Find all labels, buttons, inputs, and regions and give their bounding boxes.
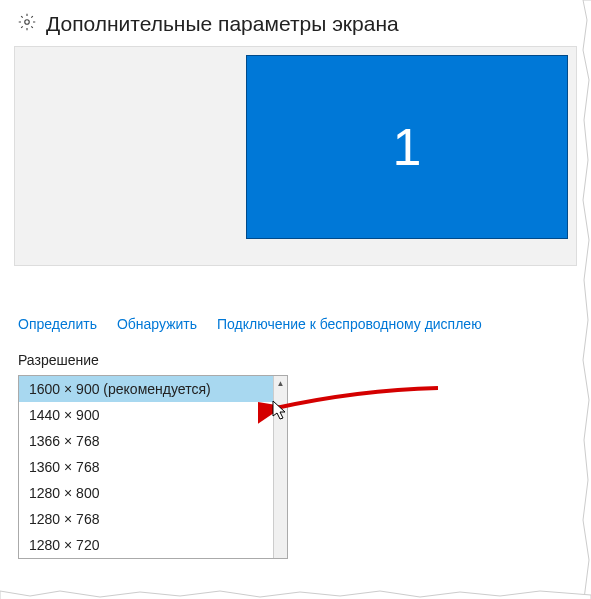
resolution-option[interactable]: 1600 × 900 (рекомендуется) bbox=[19, 376, 287, 402]
scroll-up-icon[interactable]: ▲ bbox=[274, 376, 287, 390]
svg-point-0 bbox=[25, 20, 30, 25]
torn-edge-bottom bbox=[0, 589, 591, 599]
header: Дополнительные параметры экрана bbox=[10, 8, 581, 46]
resolution-option[interactable]: 1360 × 768 bbox=[19, 454, 287, 480]
page-title: Дополнительные параметры экрана bbox=[46, 12, 399, 36]
monitor-1[interactable]: 1 bbox=[246, 55, 568, 239]
action-links: Определить Обнаружить Подключение к бесп… bbox=[10, 266, 581, 344]
monitor-number: 1 bbox=[393, 117, 422, 177]
resolution-option[interactable]: 1280 × 800 bbox=[19, 480, 287, 506]
resolution-option[interactable]: 1280 × 720 bbox=[19, 532, 287, 558]
resolution-label: Разрешение bbox=[10, 344, 581, 372]
identify-link[interactable]: Определить bbox=[18, 316, 97, 332]
resolution-option[interactable]: 1280 × 768 bbox=[19, 506, 287, 532]
monitor-preview-area: 1 bbox=[14, 46, 577, 266]
resolution-option[interactable]: 1366 × 768 bbox=[19, 428, 287, 454]
dropdown-scrollbar[interactable]: ▲ bbox=[273, 376, 287, 558]
gear-icon bbox=[18, 13, 36, 35]
detect-link[interactable]: Обнаружить bbox=[117, 316, 197, 332]
resolution-option[interactable]: 1440 × 900 bbox=[19, 402, 287, 428]
resolution-dropdown[interactable]: 1600 × 900 (рекомендуется) 1440 × 900 13… bbox=[18, 375, 288, 559]
wireless-display-link[interactable]: Подключение к беспроводному дисплею bbox=[217, 316, 482, 332]
